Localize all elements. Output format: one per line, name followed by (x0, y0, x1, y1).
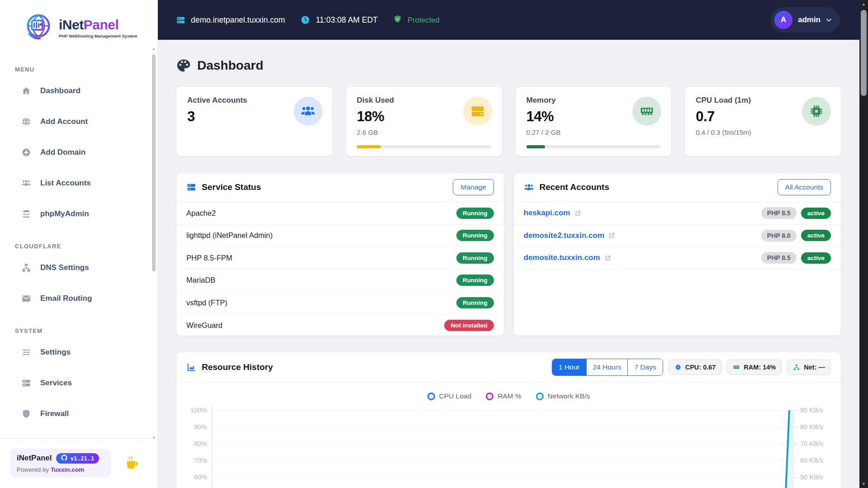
stat-sub: 2.6 GB (357, 128, 491, 136)
axis-tick: 90% (194, 423, 207, 431)
page-scroll-down-icon[interactable]: ▼ (859, 481, 868, 487)
sidebar-item-add-account[interactable]: Add Account (0, 106, 157, 137)
stat-card-disk-used: Disk Used 18% 2.6 GB (346, 86, 503, 156)
hdd-icon (463, 97, 492, 126)
sidebar-item-phpmyadmin[interactable]: phpMyAdmin (0, 199, 157, 229)
account-status-badge: active (801, 252, 831, 264)
account-domain-link[interactable]: heskapi.com (524, 208, 581, 218)
account-domain-link[interactable]: demosite.tuxxin.com (524, 253, 611, 262)
recent-accounts-card: Recent Accounts All Accounts heskapi.com… (513, 172, 842, 336)
sidebar-item-firewall[interactable]: Firewall (0, 398, 157, 429)
memory-progress-bar (526, 145, 661, 148)
all-accounts-button[interactable]: All Accounts (778, 179, 831, 195)
sidebar-item-label: Settings (40, 348, 71, 357)
home-icon (21, 86, 31, 96)
coffee-icon[interactable] (123, 455, 141, 472)
service-row: MariaDB Running (176, 270, 504, 292)
account-row: demosite2.tuxxin.com PHP 8.0 active (514, 225, 841, 247)
axis-tick: 80% (194, 440, 207, 447)
footer-card: iNetPanel v1.21.1 Powered by Tuxxin.com (10, 449, 111, 478)
sidebar-scrollbar[interactable]: ▲ ▼ (151, 47, 157, 440)
server-icon (186, 182, 196, 192)
sidebar-item-email-routing[interactable]: Email Routing (0, 283, 157, 314)
legend-ram[interactable]: RAM % (486, 392, 522, 400)
sidebar-item-list-accounts[interactable]: List Accounts (0, 168, 157, 199)
legend-cpu-load[interactable]: CPU Load (427, 392, 472, 400)
users-icon (524, 182, 534, 193)
github-icon (61, 455, 67, 462)
account-row: heskapi.com PHP 8.5 active (514, 202, 841, 225)
axis-tick: 50 KB/s (800, 474, 823, 481)
app-logo: iNetPanel PHP Webhosting Management Syst… (0, 0, 157, 52)
range-7-days-button[interactable]: 7 Days (627, 359, 662, 375)
sidebar: iNetPanel PHP Webhosting Management Syst… (0, 0, 158, 488)
version-badge[interactable]: v1.21.1 (56, 453, 99, 464)
sidebar-item-dashboard[interactable]: Dashboard (0, 76, 157, 106)
sidebar-item-label: Email Routing (40, 294, 92, 303)
chart-legend: CPU Load RAM % Network KB/s (176, 382, 841, 407)
network-icon (793, 364, 800, 371)
service-status-header: Service Status Manage (176, 173, 504, 202)
sitemap-icon (21, 263, 31, 273)
legend-cpu-marker-icon (427, 393, 435, 400)
manage-button[interactable]: Manage (453, 179, 493, 195)
cpu-icon (802, 97, 831, 126)
sidebar-footer: iNetPanel v1.21.1 Powered by Tuxxin.com (0, 438, 157, 488)
account-status-badge: active (801, 208, 831, 219)
server-icon (176, 15, 185, 25)
avatar: A (774, 11, 792, 29)
topbar-hostname: demo.inetpanel.tuxxin.com (176, 15, 285, 25)
shield-icon (21, 409, 31, 419)
net-badge: Net: — (787, 360, 831, 375)
legend-network[interactable]: Network KB/s (536, 392, 590, 400)
middle-row: Service Status Manage Apache2 Running li… (176, 172, 841, 336)
admin-menu-button[interactable]: A admin (771, 7, 840, 33)
service-name: Apache2 (186, 209, 216, 218)
chart-area-icon (186, 362, 196, 372)
cpu-icon (674, 364, 682, 371)
sidebar-scrollbar-thumb[interactable] (152, 54, 156, 271)
axis-tick: 90 KB/s (800, 407, 823, 414)
app-title: iNetPanel (59, 18, 137, 32)
resource-chart: 100% 90% 80% 70% 60% 90 KB/s 80 KB/s 70 … (176, 407, 841, 488)
php-version-badge: PHP 8.5 (761, 207, 797, 219)
cpu-badge: CPU: 0.67 (669, 360, 722, 375)
service-status-title: Service Status (186, 182, 261, 192)
topbar-clock: 11:03:08 AM EDT (300, 15, 378, 25)
plot-area (212, 407, 794, 488)
stat-sub: 0.4 / 0.3 (5m/15m) (696, 128, 830, 136)
account-domain-link[interactable]: demosite2.tuxxin.com (524, 231, 616, 240)
hostname-label: demo.inetpanel.tuxxin.com (191, 15, 285, 25)
sidebar-item-label: Services (40, 379, 72, 388)
sidebar-scroll-up-icon[interactable]: ▲ (151, 47, 157, 52)
status-badge: Running (456, 252, 494, 264)
protected-label: Protected (408, 16, 440, 24)
range-selector: 1 Hour 24 Hours 7 Days (552, 359, 663, 376)
topbar: demo.inetpanel.tuxxin.com 11:03:08 AM ED… (158, 0, 868, 40)
sidebar-item-settings[interactable]: Settings (0, 337, 157, 368)
range-1-hour-button[interactable]: 1 Hour (552, 359, 586, 375)
version-label: v1.21.1 (70, 455, 94, 462)
sidebar-item-services[interactable]: Services (0, 368, 157, 398)
status-badge: Running (456, 275, 494, 286)
sidebar-item-dns-settings[interactable]: DNS Settings (0, 252, 157, 283)
sidebar-item-label: List Accounts (40, 179, 91, 188)
right-axis: 90 KB/s 80 KB/s 70 KB/s 60 KB/s 50 KB/s (794, 407, 831, 488)
page-scroll-up-icon[interactable]: ▲ (859, 1, 868, 7)
sidebar-item-add-domain[interactable]: Add Domain (0, 137, 157, 168)
sidebar-section-cloudflare: CLOUDFLARE (15, 243, 157, 250)
range-24-hours-button[interactable]: 24 Hours (586, 359, 628, 375)
sidebar-section-system: SYSTEM (15, 327, 157, 334)
ram-badge: RAM: 14% (727, 360, 782, 375)
external-link-icon (574, 210, 581, 217)
admin-name-label: admin (798, 15, 821, 24)
axis-tick: 60 KB/s (800, 457, 823, 464)
page-scrollbar[interactable]: ▲ ▼ (859, 0, 868, 488)
network-series-fill (789, 410, 794, 488)
page-title-row: Dashboard (176, 58, 841, 73)
powered-by-link[interactable]: Tuxxin.com (51, 466, 84, 473)
recent-accounts-title: Recent Accounts (524, 182, 610, 193)
page-scrollbar-thumb[interactable] (861, 10, 867, 96)
resource-history-card: Resource History 1 Hour 24 Hours 7 Days … (176, 352, 841, 488)
stat-sub: 0.27 / 2 GB (526, 128, 661, 136)
